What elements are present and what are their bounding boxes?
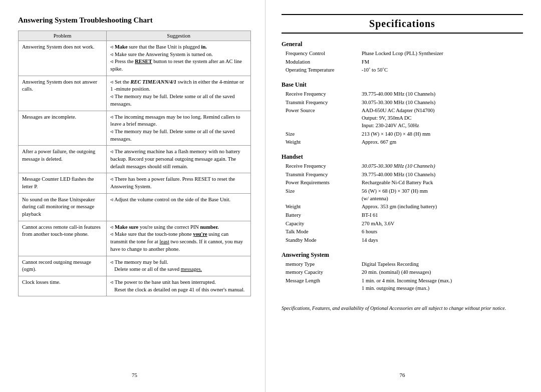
spec-value: 30.075-30.300 MHz (10 Channels)	[362, 99, 523, 107]
problem-cell: Message Counter LED flashes the letter P…	[19, 173, 107, 193]
spec-label: Talk Mode	[282, 228, 362, 236]
spec-row: Weight Approx. 353 gm (including battery…	[282, 203, 523, 211]
suggestion-cell: ◃ Adjust the volume control on the side …	[107, 193, 251, 221]
spec-label: Receive Frequency	[282, 91, 362, 98]
spec-label: Weight	[282, 139, 362, 146]
spec-value: 30.075-30.300 MHz (10 Channels)	[362, 163, 523, 170]
spec-row: Transmit Frequency 30.075-30.300 MHz (10…	[282, 99, 523, 107]
spec-row: memory Type Digital Tapeless Recording	[282, 261, 523, 268]
spec-value: Approx. 667 gm	[362, 139, 523, 146]
spec-row: memory Capacity 20 min. (nominal) (40 me…	[282, 269, 523, 276]
spec-row: Weight Approx. 667 gm	[282, 139, 523, 146]
problem-cell: Clock losses time.	[19, 276, 107, 296]
spec-label: memory Capacity	[282, 269, 362, 276]
right-page-number: 76	[282, 364, 523, 378]
spec-row: Battery BT-I 61	[282, 212, 523, 219]
spec-label: Standby Mode	[282, 237, 362, 244]
spec-value: 213 (W) × 140 (D) × 48 (H) mm	[362, 131, 523, 138]
spec-label: Size	[282, 188, 362, 202]
spec-row: Capacity 270 mAh, 3.6V	[282, 220, 523, 228]
problem-cell: Answering System does not answer calls.	[19, 76, 107, 111]
left-page-title: Answering System Troubleshooting Chart	[18, 16, 251, 25]
table-row: No sound on the Base Unitspeaker during …	[19, 193, 251, 221]
spec-value: Digital Tapeless Recording	[362, 261, 523, 268]
spec-label: Capacity	[282, 220, 362, 228]
spec-value: Phase Locked Lcop (PLL) Synthesizer	[362, 50, 523, 58]
spec-value: 1 min. or 4 min. Incoming Message (max.)…	[362, 277, 523, 292]
spec-note: Specifications, Features, and availabili…	[282, 304, 523, 312]
suggestion-cell: ◃ The memory may be full. Delete some or…	[107, 256, 251, 276]
left-page: Answering System Troubleshooting Chart P…	[0, 0, 265, 392]
spec-value: -10˚ to 50˚C	[362, 67, 523, 74]
problem-cell: Answering System does not work.	[19, 41, 107, 76]
spec-value: FM	[362, 59, 523, 66]
spec-label: Power Source	[282, 107, 362, 129]
spec-label: Operating Temperature	[282, 67, 362, 74]
table-row: Cannot access remote call-in features fr…	[19, 221, 251, 256]
spec-row: Size 56 (W) × 68 (D) × 307 (H) mm(w/ ant…	[282, 188, 523, 202]
spec-value: 14 days	[362, 237, 523, 244]
suggestion-cell: ◃ Set the REC TIME/ANN/4/1 switch in eit…	[107, 76, 251, 111]
spec-label: Power Requirements	[282, 179, 362, 187]
table-row: Message Counter LED flashes the letter P…	[19, 173, 251, 193]
section-title-general: General	[282, 41, 523, 48]
spec-row: Talk Mode 6 hours	[282, 228, 523, 236]
spec-label: Transmit Frequency	[282, 99, 362, 107]
spec-value: AAD-650U AC Adapter (N14700)Output: 9V, …	[362, 107, 523, 129]
spec-label: memory Type	[282, 261, 362, 268]
spec-section-handset: Handset Receive Frequency 30.075-30.300 …	[282, 153, 523, 245]
suggestion-cell: ◃ There has been a power failure. Press …	[107, 173, 251, 193]
spec-row: Power Source AAD-650U AC Adapter (N14700…	[282, 107, 523, 129]
problem-cell: After a power failure, the outgoing mess…	[19, 146, 107, 173]
suggestion-header: Suggestion	[107, 31, 251, 41]
spec-value: 6 hours	[362, 228, 523, 236]
spec-value: Approx. 353 gm (including battery)	[362, 203, 523, 211]
spec-value: 39.775-40.000 MHz (10 Channels)	[362, 171, 523, 179]
spec-label: Transmit Frequency	[282, 171, 362, 179]
spec-value: BT-I 61	[362, 212, 523, 219]
spec-row: Operating Temperature -10˚ to 50˚C	[282, 67, 523, 74]
suggestion-cell: ◃ The incoming messages may be too long.…	[107, 111, 251, 146]
section-title-base-unit: Base Unit	[282, 81, 523, 89]
spec-row: Transmit Frequency 39.775-40.000 MHz (10…	[282, 171, 523, 179]
problem-cell: No sound on the Base Unitspeaker during …	[19, 193, 107, 221]
spec-value: 56 (W) × 68 (D) × 307 (H) mm(w/ antenna)	[362, 188, 523, 202]
troubleshooting-table: Problem Suggestion Answering System does…	[18, 31, 251, 296]
spec-row: Frequency Control Phase Locked Lcop (PLL…	[282, 50, 523, 58]
suggestion-cell: ◃ The answering machine has a flash memo…	[107, 146, 251, 173]
problem-cell: Cannot access remote call-in features fr…	[19, 221, 107, 256]
right-page: Specifications General Frequency Control…	[265, 0, 541, 392]
spec-row: Power Requirements Rechargeable Ni-Cd Ba…	[282, 179, 523, 187]
right-page-title: Specifications	[282, 14, 523, 34]
spec-value: Rechargeable Ni-Cd Battery Pack	[362, 179, 523, 187]
left-page-number: 75	[18, 364, 251, 378]
spec-row: Modulation FM	[282, 59, 523, 66]
spec-row: Size 213 (W) × 140 (D) × 48 (H) mm	[282, 131, 523, 138]
spec-label: Modulation	[282, 59, 362, 66]
table-row: Messages are incomplete. ◃ The incoming …	[19, 111, 251, 146]
spec-value: 39.775-40.000 MHz (10 Channels)	[362, 91, 523, 98]
spec-row: Receive Frequency 30.075-30.300 MHz (10 …	[282, 163, 523, 170]
problem-cell: Messages are incomplete.	[19, 111, 107, 146]
spec-label: Message Length	[282, 277, 362, 292]
section-title-answering: Answering System	[282, 251, 523, 259]
spec-section-answering: Answering System memory Type Digital Tap…	[282, 251, 523, 293]
section-title-handset: Handset	[282, 153, 523, 161]
table-row: After a power failure, the outgoing mess…	[19, 146, 251, 173]
suggestion-cell: ◃ The power to the base unit has been in…	[107, 276, 251, 296]
spec-section-base-unit: Base Unit Receive Frequency 39.775-40.00…	[282, 81, 523, 147]
spec-label: Size	[282, 131, 362, 138]
suggestion-cell: ◃ Make sure that the Base Unit is plugge…	[107, 41, 251, 76]
spec-row: Standby Mode 14 days	[282, 237, 523, 244]
spec-label: Frequency Control	[282, 50, 362, 58]
table-row: Cannot record outgoing message (ogm). ◃ …	[19, 256, 251, 276]
suggestion-cell: ◃ Make sure you're using the correct PIN…	[107, 221, 251, 256]
problem-header: Problem	[19, 31, 107, 41]
spec-value: 270 mAh, 3.6V	[362, 220, 523, 228]
spec-label: Receive Frequency	[282, 163, 362, 170]
spec-row: Message Length 1 min. or 4 min. Incoming…	[282, 277, 523, 292]
spec-value: 20 min. (nominal) (40 messages)	[362, 269, 523, 276]
spec-section-general: General Frequency Control Phase Locked L…	[282, 41, 523, 75]
problem-cell: Cannot record outgoing message (ogm).	[19, 256, 107, 276]
table-row: Answering System does not work. ◃ Make s…	[19, 41, 251, 76]
